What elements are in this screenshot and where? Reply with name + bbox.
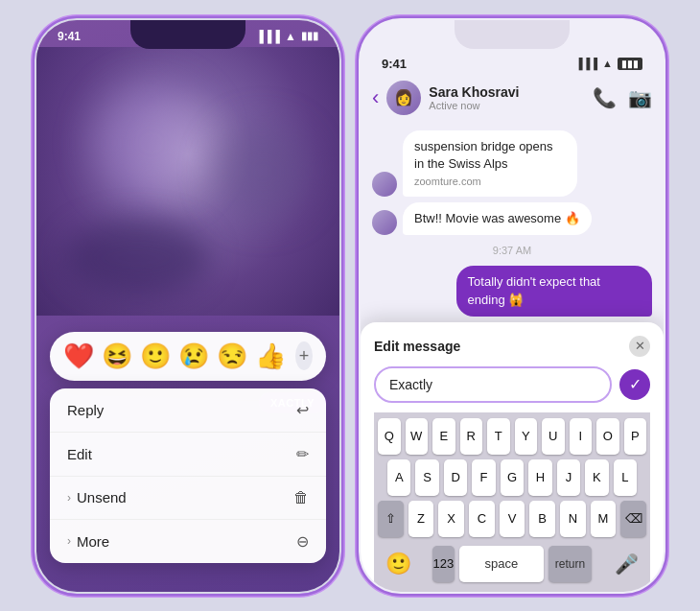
emoji-laugh[interactable]: 😆	[102, 341, 132, 371]
microphone-icon[interactable]: 🎤	[599, 552, 639, 576]
message-row-3: Totally didn't expect that ending 🙀	[372, 266, 652, 316]
message-row-1: suspension bridge opens in the Swiss Alp…	[372, 130, 652, 198]
close-icon: ✕	[635, 339, 645, 353]
edit-panel: Edit message ✕ ✓ Q W E R T	[361, 322, 664, 592]
phone-icon[interactable]: 📞	[593, 86, 617, 109]
reply-label: Reply	[67, 402, 104, 418]
more-left: › More	[67, 533, 109, 550]
key-y[interactable]: Y	[515, 418, 538, 455]
key-l[interactable]: L	[614, 459, 637, 496]
emoji-keyboard-icon[interactable]: 🙂	[385, 552, 425, 576]
msg-bubble-1: suspension bridge opens in the Swiss Alp…	[403, 130, 577, 198]
key-d[interactable]: D	[444, 459, 467, 496]
key-u[interactable]: U	[542, 418, 565, 455]
key-r[interactable]: R	[460, 418, 483, 455]
emoji-thumbsup[interactable]: 👍	[255, 341, 286, 371]
chat-container: 9:41 ▐▐▐ ▲ ▮▮▮ ‹ 👩 Sara Khosravi Active …	[361, 20, 664, 592]
msg-link-1: zoomture.com	[414, 175, 566, 189]
back-button[interactable]: ‹	[372, 85, 379, 110]
context-menu: Reply ↩ Edit ✏ › Unsend 🗑 › More ⊖	[50, 388, 326, 563]
blurred-background	[36, 47, 339, 316]
signal-icon-r: ▐▐▐	[575, 58, 597, 69]
avatar-1	[372, 172, 397, 197]
key-p[interactable]: P	[624, 418, 647, 455]
return-key[interactable]: return	[548, 546, 591, 582]
chat-header: ‹ 👩 Sara Khosravi Active now 📞 📷	[361, 75, 664, 123]
key-b[interactable]: B	[529, 501, 555, 537]
edit-input-row: ✓	[374, 366, 650, 403]
msg-text-1: suspension bridge opens in the Swiss Alp…	[414, 139, 553, 171]
right-phone: 9:41 ▐▐▐ ▲ ▮▮▮ ‹ 👩 Sara Khosravi Active …	[359, 18, 665, 594]
key-x[interactable]: X	[438, 501, 464, 537]
more-caret: ›	[67, 534, 71, 548]
send-edit-button[interactable]: ✓	[619, 369, 650, 400]
key-f[interactable]: F	[472, 459, 495, 496]
emoji-reaction-bar: ❤️ 😆 🙂 😢 😒 👍 +	[50, 332, 326, 381]
key-t[interactable]: T	[487, 418, 510, 455]
avatar-2	[372, 210, 397, 235]
edit-title: Edit message	[374, 339, 460, 354]
num-key[interactable]: 123	[432, 546, 454, 582]
key-n[interactable]: N	[560, 501, 586, 537]
keyboard-row-3: ⇧ Z X C V B N M ⌫	[378, 501, 646, 537]
keyboard-row-2: A S D F G H J K L	[378, 459, 646, 496]
emoji-cry[interactable]: 😢	[178, 341, 209, 371]
shift-key[interactable]: ⇧	[378, 501, 404, 537]
video-icon[interactable]: 📷	[628, 86, 652, 109]
more-icon: ⊖	[296, 532, 309, 551]
message-row-2: Btw!! Movie was awesome 🔥	[372, 202, 652, 235]
notch-left	[130, 20, 245, 49]
msg-bubble-2: Btw!! Movie was awesome 🔥	[403, 202, 592, 235]
edit-header: Edit message ✕	[374, 336, 650, 357]
edit-label: Edit	[67, 446, 92, 462]
menu-item-reply[interactable]: Reply ↩	[50, 388, 326, 433]
msg-text-2: Btw!! Movie was awesome 🔥	[414, 211, 580, 225]
emoji-smile[interactable]: 🙂	[140, 341, 171, 371]
wifi-icon: ▲	[285, 30, 296, 43]
reply-icon: ↩	[296, 401, 309, 419]
keyboard: Q W E R T Y U I O P A S D F G	[374, 412, 650, 592]
key-e[interactable]: E	[432, 418, 455, 455]
key-i[interactable]: I	[570, 418, 593, 455]
more-label: More	[77, 533, 109, 550]
notch-right	[455, 20, 570, 49]
space-key[interactable]: space	[459, 546, 545, 582]
left-phone: 9:41 ▐▐▐ ▲ ▮▮▮ ❤️ 😆 🙂 😢 😒 👍 + XACTLY Rep…	[35, 18, 341, 594]
keyboard-bottom-row: 🙂 123 space return 🎤	[378, 542, 646, 588]
trash-icon: 🗑	[293, 489, 309, 506]
time-right: 9:41	[382, 57, 407, 71]
chat-messages: suspension bridge opens in the Swiss Alp…	[361, 123, 664, 322]
key-g[interactable]: G	[501, 459, 524, 496]
key-q[interactable]: Q	[378, 418, 401, 455]
keyboard-row-1: Q W E R T Y U I O P	[378, 418, 646, 455]
contact-status: Active now	[429, 100, 585, 111]
battery-icon-r: ▮▮▮	[618, 58, 642, 70]
menu-item-more[interactable]: › More ⊖	[50, 520, 326, 563]
key-w[interactable]: W	[406, 418, 429, 455]
key-j[interactable]: J	[557, 459, 580, 496]
emoji-angry[interactable]: 😒	[217, 341, 247, 371]
close-edit-button[interactable]: ✕	[629, 336, 650, 357]
key-z[interactable]: Z	[408, 501, 434, 537]
edit-icon: ✏	[296, 445, 309, 463]
key-a[interactable]: A	[387, 459, 410, 496]
header-icons: 📞 📷	[593, 86, 652, 109]
key-k[interactable]: K	[585, 459, 608, 496]
emoji-more-button[interactable]: +	[295, 341, 313, 370]
delete-key[interactable]: ⌫	[620, 501, 646, 537]
menu-item-edit[interactable]: Edit ✏	[50, 433, 326, 477]
emoji-heart[interactable]: ❤️	[63, 341, 94, 371]
key-m[interactable]: M	[591, 501, 617, 537]
key-h[interactable]: H	[528, 459, 551, 496]
key-c[interactable]: C	[469, 501, 495, 537]
unsend-label: Unsend	[77, 489, 127, 505]
key-s[interactable]: S	[415, 459, 438, 496]
checkmark-icon: ✓	[629, 375, 642, 393]
key-v[interactable]: V	[500, 501, 525, 537]
msg-time-1: 9:37 AM	[372, 245, 652, 256]
edit-message-input[interactable]	[374, 366, 612, 403]
menu-item-unsend[interactable]: › Unsend 🗑	[50, 477, 326, 520]
key-o[interactable]: O	[596, 418, 619, 455]
battery-icon: ▮▮▮	[301, 30, 318, 42]
time-left: 9:41	[58, 30, 81, 43]
